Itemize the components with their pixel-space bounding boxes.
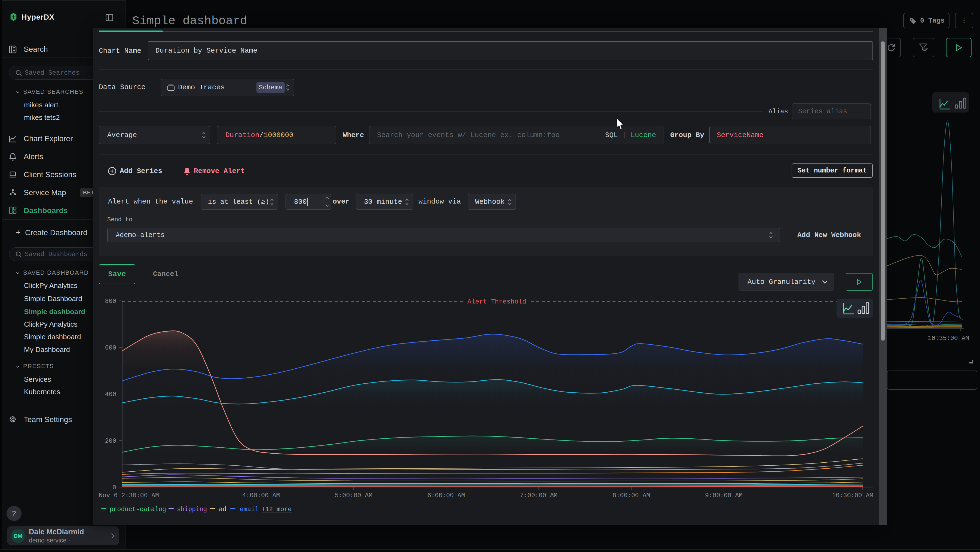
svg-text:6:00:00 AM: 6:00:00 AM	[427, 492, 465, 499]
svg-text:10:35:00 AM: 10:35:00 AM	[928, 335, 969, 342]
svg-text:Alert Threshold: Alert Threshold	[468, 298, 526, 305]
svg-text:10:30:00 AM: 10:30:00 AM	[832, 492, 873, 499]
svg-text:8:00:00 AM: 8:00:00 AM	[612, 492, 650, 499]
svg-text:5:00:00 AM: 5:00:00 AM	[335, 492, 372, 499]
svg-text:+12 more: +12 more	[262, 506, 291, 513]
svg-text:400: 400	[105, 391, 116, 398]
svg-text:800: 800	[105, 298, 116, 305]
svg-text:200: 200	[105, 437, 116, 445]
svg-text:4:00:00 AM: 4:00:00 AM	[242, 492, 280, 499]
svg-text:shipping: shipping	[177, 506, 207, 513]
svg-text:email: email	[240, 506, 259, 513]
svg-text:600: 600	[105, 345, 116, 351]
svg-text:product-catalog: product-catalog	[110, 506, 166, 513]
svg-text:0: 0	[113, 484, 116, 491]
svg-text:7:00:00 AM: 7:00:00 AM	[520, 492, 557, 499]
svg-text:Nov 6 2:30:00 AM: Nov 6 2:30:00 AM	[99, 492, 159, 499]
svg-text:9:00:00 AM: 9:00:00 AM	[705, 492, 743, 499]
svg-text:ad: ad	[219, 506, 226, 513]
